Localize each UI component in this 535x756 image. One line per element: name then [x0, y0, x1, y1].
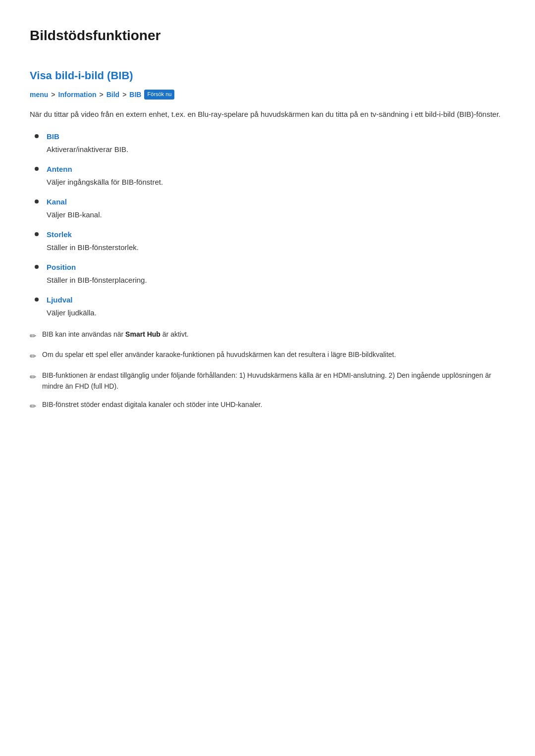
- note-text-3: BIB-funktionen är endast tillgänglig und…: [42, 370, 505, 392]
- breadcrumb-separator-2: >: [100, 89, 104, 100]
- breadcrumb-bib[interactable]: BIB: [129, 89, 141, 100]
- note-text-4: BIB-fönstret stöder endast digitala kana…: [42, 399, 505, 410]
- note-icon-2: ✏: [30, 350, 36, 363]
- note-text-1: BIB kan inte användas när Smart Hub är a…: [42, 329, 505, 340]
- breadcrumb-menu[interactable]: menu: [30, 89, 48, 100]
- note-item-2: ✏ Om du spelar ett spel eller använder k…: [30, 349, 505, 363]
- bullet-term-ljudval: Ljudval: [47, 294, 505, 306]
- bullet-desc-storlek: Ställer in BIB-fönsterstorlek.: [47, 243, 139, 252]
- note-text-2: Om du spelar ett spel eller använder kar…: [42, 349, 505, 360]
- bullet-dot: [35, 167, 39, 171]
- breadcrumb-separator-1: >: [51, 89, 55, 100]
- list-item: BIB Aktiverar/inaktiverar BIB.: [35, 131, 505, 155]
- bullet-desc-antenn: Väljer ingångskälla för BIB-fönstret.: [47, 178, 163, 186]
- breadcrumb: menu > Information > Bild > BIB Försök n…: [30, 89, 505, 100]
- list-item: Ljudval Väljer ljudkälla.: [35, 294, 505, 319]
- note-item-4: ✏ BIB-fönstret stöder endast digitala ka…: [30, 399, 505, 413]
- note-item-1: ✏ BIB kan inte användas när Smart Hub är…: [30, 329, 505, 343]
- bullet-term-bib: BIB: [47, 131, 505, 143]
- intro-text: När du tittar på video från en extern en…: [30, 108, 505, 121]
- list-item: Antenn Väljer ingångskälla för BIB-fönst…: [35, 163, 505, 188]
- bullet-term-position: Position: [47, 261, 505, 273]
- notes-list: ✏ BIB kan inte användas när Smart Hub är…: [30, 329, 505, 413]
- bullet-content: Antenn Väljer ingångskälla för BIB-fönst…: [47, 163, 505, 188]
- list-item: Position Ställer in BIB-fönsterplacering…: [35, 261, 505, 286]
- bullet-term-storlek: Storlek: [47, 229, 505, 241]
- bullet-dot: [35, 298, 39, 302]
- bullet-content: Kanal Väljer BIB-kanal.: [47, 196, 505, 221]
- note-icon-3: ✏: [30, 371, 36, 384]
- breadcrumb-badge[interactable]: Försök nu: [144, 90, 174, 100]
- bullet-dot: [35, 200, 39, 203]
- section-title: Visa bild-i-bild (BIB): [30, 67, 505, 84]
- bullet-dot: [35, 134, 39, 138]
- list-item: Storlek Ställer in BIB-fönsterstorlek.: [35, 229, 505, 253]
- bullet-dot: [35, 265, 39, 269]
- bullet-desc-position: Ställer in BIB-fönsterplacering.: [47, 276, 147, 284]
- bullet-desc-ljudval: Väljer ljudkälla.: [47, 308, 97, 317]
- breadcrumb-information[interactable]: Information: [58, 89, 97, 100]
- breadcrumb-separator-3: >: [122, 89, 126, 100]
- list-item: Kanal Väljer BIB-kanal.: [35, 196, 505, 221]
- note-icon-4: ✏: [30, 400, 36, 413]
- note-icon-1: ✏: [30, 330, 36, 343]
- bullet-list: BIB Aktiverar/inaktiverar BIB. Antenn Vä…: [35, 131, 505, 319]
- bullet-term-antenn: Antenn: [47, 163, 505, 175]
- bullet-content: Position Ställer in BIB-fönsterplacering…: [47, 261, 505, 286]
- note-item-3: ✏ BIB-funktionen är endast tillgänglig u…: [30, 370, 505, 392]
- page-title: Bildstödsfunktioner: [30, 25, 505, 47]
- bullet-dot: [35, 232, 39, 236]
- bullet-content: BIB Aktiverar/inaktiverar BIB.: [47, 131, 505, 155]
- bullet-content: Ljudval Väljer ljudkälla.: [47, 294, 505, 319]
- bullet-desc-bib: Aktiverar/inaktiverar BIB.: [47, 145, 128, 153]
- bullet-content: Storlek Ställer in BIB-fönsterstorlek.: [47, 229, 505, 253]
- breadcrumb-bild[interactable]: Bild: [107, 89, 119, 100]
- bullet-desc-kanal: Väljer BIB-kanal.: [47, 210, 102, 219]
- bullet-term-kanal: Kanal: [47, 196, 505, 208]
